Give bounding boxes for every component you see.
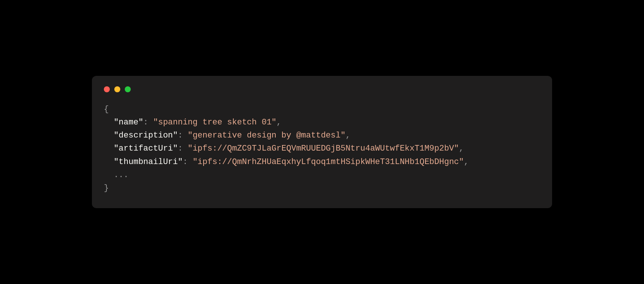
- brace-open: {: [104, 105, 109, 114]
- code-line-ellipsis: ...: [104, 169, 540, 182]
- space: [183, 144, 188, 153]
- colon: :: [178, 144, 183, 153]
- comma: ,: [464, 157, 469, 167]
- code-window: {"name": "spanning tree sketch 01","desc…: [92, 76, 552, 208]
- colon: :: [178, 131, 183, 140]
- space: [183, 131, 188, 140]
- code-line-entry-1: "description": "generative design by @ma…: [104, 129, 540, 142]
- traffic-light-zoom-icon[interactable]: [125, 86, 131, 92]
- json-key: "description": [114, 131, 178, 140]
- space: [188, 157, 192, 167]
- json-value: "ipfs://QmZC9TJLaGrEQVmRUUEDGjB5Ntru4aWU…: [188, 144, 459, 153]
- traffic-lights: [104, 86, 540, 92]
- brace-close: }: [104, 183, 109, 193]
- space: [148, 118, 153, 127]
- code-line-entry-3: "thumbnailUri": "ipfs://QmNrhZHUaEqxhyLf…: [104, 155, 540, 169]
- code-line-open: {: [104, 103, 540, 116]
- comma: ,: [346, 131, 350, 140]
- json-key: "thumbnailUri": [114, 157, 183, 167]
- traffic-light-minimize-icon[interactable]: [114, 86, 120, 92]
- code-line-entry-2: "artifactUri": "ipfs://QmZC9TJLaGrEQVmRU…: [104, 142, 540, 155]
- code-line-close: }: [104, 182, 540, 195]
- json-key: "name": [114, 118, 143, 127]
- json-value: "ipfs://QmNrhZHUaEqxhyLfqoq1mtHSipkWHeT3…: [193, 157, 464, 167]
- code-block: {"name": "spanning tree sketch 01","desc…: [104, 103, 540, 195]
- ellipsis: ...: [114, 170, 129, 180]
- colon: :: [183, 157, 188, 167]
- comma: ,: [459, 144, 464, 153]
- colon: :: [143, 118, 148, 127]
- json-value: "spanning tree sketch 01": [153, 118, 276, 127]
- traffic-light-close-icon[interactable]: [104, 86, 110, 92]
- json-key: "artifactUri": [114, 144, 178, 153]
- comma: ,: [276, 118, 281, 127]
- json-value: "generative design by @mattdesl": [188, 131, 345, 140]
- code-line-entry-0: "name": "spanning tree sketch 01",: [104, 116, 540, 129]
